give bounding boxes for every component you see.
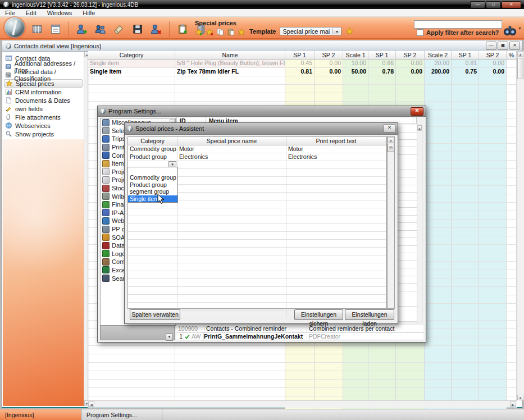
sidebar-item-file-attachments[interactable]: File attachments: [3, 113, 84, 121]
paste-button[interactable]: [227, 28, 235, 36]
star-add-button[interactable]: [195, 28, 203, 36]
table-horizontal-scrollbar[interactable]: ◀ ▶: [88, 400, 517, 408]
column-header[interactable]: Name: [175, 51, 285, 59]
settings-grid-scrollbar[interactable]: ▲: [417, 125, 422, 322]
template-select[interactable]: Special price mai ▼: [280, 27, 341, 35]
cell-name: [175, 93, 285, 101]
cell-print-report-text: [286, 232, 386, 239]
dropdown-option[interactable]: Commodity group: [128, 174, 177, 181]
settings-row[interactable]: 1 AW PrintG_SammelmahnungJeKontakt PDFCr…: [176, 333, 423, 341]
cell-value: [368, 354, 396, 362]
copy-button[interactable]: [216, 28, 224, 36]
search-options-caret-icon[interactable]: ▼: [518, 26, 522, 30]
menu-file[interactable]: File: [5, 10, 15, 16]
nav-item-icon: [102, 217, 110, 225]
close-button[interactable]: ✕: [502, 1, 521, 8]
scroll-down-icon[interactable]: ▼: [517, 395, 523, 400]
program-settings-title: Program Settings...: [108, 108, 161, 115]
scroll-up-icon[interactable]: ▲: [417, 125, 422, 131]
person-add-button[interactable]: [75, 23, 89, 35]
child-minimize-button[interactable]: —: [486, 42, 496, 50]
menu-windows[interactable]: Windows: [47, 10, 72, 16]
column-header[interactable]: SP 1: [452, 51, 479, 59]
scroll-thumb[interactable]: ▤: [388, 144, 394, 152]
apply-template-star-icon[interactable]: [345, 27, 354, 35]
scroll-right-icon[interactable]: ▶: [510, 401, 516, 407]
scroll-left-icon[interactable]: ◀: [88, 401, 94, 407]
sidebar-item-documents-dates[interactable]: Documents & Dates: [3, 96, 84, 104]
apply-filter-checkbox[interactable]: [417, 29, 423, 36]
dialog-close-button[interactable]: ✕: [384, 124, 395, 133]
column-header[interactable]: SP 1: [368, 51, 396, 59]
column-header[interactable]: SP 2: [396, 51, 425, 59]
menu-edit[interactable]: Edit: [26, 10, 37, 16]
cell-name: [175, 388, 285, 396]
assistant-scrollbar[interactable]: ▲ ▤: [387, 136, 395, 309]
cell-value: [507, 118, 517, 126]
calendar-button[interactable]: [49, 23, 62, 35]
floppy-button[interactable]: [131, 23, 144, 35]
dialog-close-button[interactable]: ✕: [411, 107, 423, 116]
pencil-icon: [5, 105, 12, 112]
sidebar-item-webservices[interactable]: Webservices: [3, 121, 84, 130]
column-header[interactable]: SP 2: [479, 51, 507, 59]
cell-value: [285, 346, 315, 354]
chevron-down-icon[interactable]: ▼: [166, 334, 173, 341]
sidebar-item-own-fields[interactable]: own fields: [3, 104, 84, 113]
table-header[interactable]: CategoryNameSP 1SP 2Scale 1SP 1SP 2Scale…: [88, 51, 517, 60]
dropdown-option[interactable]: Product group: [128, 181, 177, 189]
assistant-column-header[interactable]: Special price name: [177, 137, 286, 145]
chevron-down-icon[interactable]: ▼: [332, 28, 340, 34]
contacts-window-titlebar[interactable]: Contacts detail view [Ingenious] — ▣ ✕: [2, 40, 522, 52]
cell-value: [396, 371, 425, 379]
people-button[interactable]: [94, 23, 107, 35]
column-header[interactable]: Scale 1: [343, 51, 368, 59]
save-settings-button[interactable]: Einstellungen sichern: [294, 309, 343, 320]
assistant-column-header[interactable]: Category: [128, 137, 177, 145]
column-header[interactable]: SP 1: [285, 51, 315, 59]
star-button[interactable]: [238, 28, 245, 36]
assistant-row[interactable]: Product groupElectronicsElectronics: [128, 153, 386, 161]
child-restore-button[interactable]: ▣: [498, 42, 508, 50]
taskbar-item-ingenious[interactable]: [Ingenious]: [0, 409, 81, 420]
taskbar-item-program-settings[interactable]: Program Settings...: [81, 409, 162, 420]
eraser-button[interactable]: [112, 23, 126, 35]
sidebar-item-financial-data-classification[interactable]: Financial data / Classification: [3, 71, 84, 79]
scroll-up-icon[interactable]: ▲: [517, 51, 523, 57]
program-settings-titlebar[interactable]: Program Settings... ✕: [98, 106, 426, 117]
maximize-button[interactable]: □: [486, 1, 501, 8]
dropdown-option[interactable]: [128, 167, 177, 174]
table-empty-row: [88, 85, 517, 93]
grid-button[interactable]: [30, 23, 44, 35]
manage-columns-button[interactable]: Spalten verwalten: [130, 309, 180, 320]
column-header[interactable]: SP 2: [315, 51, 343, 59]
search-binoculars-button[interactable]: [503, 23, 517, 36]
settings-row[interactable]: 100900 Contacts - Combined reminder Comb…: [176, 325, 423, 333]
sidebar-item-crm-information[interactable]: CRM information: [3, 88, 84, 96]
assistant-titlebar[interactable]: Special prices - Assistent ✕: [125, 123, 398, 135]
dropdown-option-selected[interactable]: Single item: [128, 195, 177, 203]
dropdown-option[interactable]: segment group: [128, 188, 177, 195]
assistant-row[interactable]: Commodity groupMotorMotor: [128, 145, 386, 153]
person-delete-button[interactable]: [149, 23, 163, 35]
clipboard-add-button[interactable]: [176, 23, 189, 35]
menu-hilfe[interactable]: Hilfe: [83, 10, 95, 16]
scroll-up-icon[interactable]: ▲: [388, 137, 394, 143]
load-settings-button[interactable]: Einstellungen laden: [345, 309, 394, 320]
ingenious-orb-button[interactable]: [4, 17, 25, 38]
table-row[interactable]: Single itemZip Tex 78mm Idler FL0.810.00…: [88, 68, 517, 76]
column-header[interactable]: Category: [88, 51, 175, 59]
column-header[interactable]: Scale 2: [425, 51, 452, 59]
sidebar-item-show-projects[interactable]: Show projects: [3, 130, 84, 138]
child-close-button[interactable]: ✕: [509, 42, 520, 50]
column-header[interactable]: %: [507, 51, 517, 59]
cell-value: 200.00: [425, 68, 452, 76]
search-input[interactable]: [414, 20, 502, 29]
scroll-thumb[interactable]: [517, 58, 523, 79]
table-row[interactable]: Single item5/8 '' Hole Plug (Beauty Butt…: [88, 60, 517, 68]
star-delete-button[interactable]: [206, 28, 213, 36]
assistant-table-header[interactable]: CategorySpecial price namePrint report t…: [128, 137, 386, 145]
assistant-column-header[interactable]: Print report text: [286, 137, 386, 145]
minimize-button[interactable]: —: [470, 1, 485, 8]
table-vertical-scrollbar[interactable]: ▲ ▼: [517, 51, 524, 400]
